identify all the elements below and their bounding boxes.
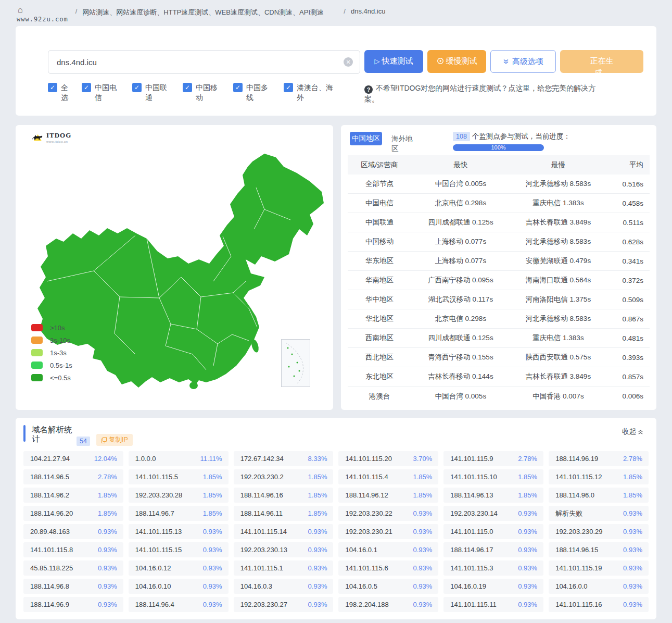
ip-cell[interactable]: 141.101.115.160.93% <box>549 597 649 612</box>
ip-percentage: 0.93% <box>308 528 327 535</box>
checkbox-0[interactable]: ✓全选 <box>48 83 68 105</box>
ip-cell[interactable]: 104.21.27.9412.04% <box>23 451 123 466</box>
ip-cell[interactable]: 141.101.115.190.93% <box>549 560 649 576</box>
copy-ip-button[interactable]: 复制IP <box>96 434 133 446</box>
ip-cell[interactable]: 141.101.115.80.93% <box>23 542 123 557</box>
ip-cell[interactable]: 104.16.0.30.93% <box>234 579 334 594</box>
ip-cell[interactable]: 188.114.96.52.78% <box>23 469 123 484</box>
ip-percentage: 3.70% <box>413 455 432 463</box>
ip-percentage: 1.85% <box>413 473 432 481</box>
region-tabs: 中国地区 海外地区 <box>350 132 414 154</box>
ip-value: 192.203.230.2 <box>240 473 284 481</box>
clear-input-icon[interactable]: ✕ <box>344 57 353 67</box>
ip-cell[interactable]: 188.114.96.192.78% <box>549 451 649 466</box>
ip-cell[interactable]: 141.101.115.130.93% <box>129 524 229 539</box>
ip-cell[interactable]: 192.203.230.210.93% <box>338 524 438 539</box>
ip-cell[interactable]: 104.16.0.190.93% <box>443 579 543 594</box>
generating-button[interactable]: 正在生成... <box>560 50 643 73</box>
advanced-options-button[interactable]: 高级选项 <box>490 50 556 73</box>
checkbox-2[interactable]: ✓中国联通 <box>132 83 169 105</box>
ip-cell[interactable]: 141.101.115.92.78% <box>443 451 543 466</box>
ip-cell[interactable]: 141.101.115.30.93% <box>443 560 543 576</box>
ip-cell[interactable]: 192.203.230.140.93% <box>443 506 543 521</box>
ip-cell[interactable]: 141.101.115.140.93% <box>234 524 334 539</box>
ip-cell[interactable]: 141.101.115.10.93% <box>234 560 334 576</box>
ip-cell[interactable]: 192.203.230.290.93% <box>549 524 649 539</box>
table-cell: 中国台湾 0.005s <box>411 392 510 401</box>
ip-cell[interactable]: 188.114.96.121.85% <box>338 488 438 503</box>
ip-cell[interactable]: 141.101.115.121.85% <box>549 469 649 484</box>
table-cell: 重庆电信 1.383s <box>510 333 606 343</box>
tab-china[interactable]: 中国地区 <box>350 132 382 145</box>
ip-cell[interactable]: 192.203.230.21.85% <box>234 469 334 484</box>
ip-cell[interactable]: 141.101.115.00.93% <box>443 524 543 539</box>
ip-cell[interactable]: 172.67.142.348.33% <box>234 451 334 466</box>
table-cell: 上海移动 0.077s <box>411 237 510 246</box>
ip-percentage: 1.85% <box>623 473 642 481</box>
ip-percentage: 0.93% <box>413 582 432 590</box>
ip-cell[interactable]: 188.114.96.111.85% <box>234 506 334 521</box>
table-cell: 0.458s <box>606 200 650 207</box>
ip-cell[interactable]: 192.203.230.130.93% <box>234 542 334 557</box>
speed-map-card: ITDOG www.itdog.cn <box>16 125 333 410</box>
ip-percentage: 2.78% <box>518 455 537 463</box>
ip-cell[interactable]: 45.85.118.2250.93% <box>23 560 123 576</box>
ip-cell[interactable]: 188.114.96.131.85% <box>443 488 543 503</box>
ip-cell[interactable]: 141.101.115.203.70% <box>338 451 438 466</box>
copy-icon <box>101 437 107 443</box>
dog-icon <box>30 132 44 143</box>
ip-cell[interactable]: 104.16.0.50.93% <box>338 579 438 594</box>
ip-percentage: 11.11% <box>200 455 222 463</box>
ip-cell[interactable]: 104.16.0.00.93% <box>549 579 649 594</box>
ip-cell[interactable]: 188.114.96.201.85% <box>23 506 123 521</box>
url-input[interactable] <box>48 50 360 74</box>
checkbox-checked-icon: ✓ <box>284 83 293 92</box>
table-cell: 0.628s <box>606 238 650 246</box>
breadcrumb-category[interactable]: 网站测速、网站速度诊断、HTTP速度测试、WEB速度测试、CDN测速、API测速 <box>82 7 338 17</box>
ip-cell[interactable]: 188.114.96.40.93% <box>129 597 229 612</box>
ip-cell[interactable]: 1.0.0.011.11% <box>129 451 229 466</box>
checkbox-4[interactable]: ✓中国多线 <box>233 83 270 105</box>
ip-cell[interactable]: 141.101.115.51.85% <box>129 469 229 484</box>
slow-test-button[interactable]: 缓慢测试 <box>427 50 486 73</box>
ip-cell[interactable]: 188.114.96.21.85% <box>23 488 123 503</box>
ip-cell[interactable]: 104.16.0.10.93% <box>338 542 438 557</box>
play-icon: ▷ <box>375 57 380 65</box>
ip-cell[interactable]: 188.114.96.150.93% <box>549 542 649 557</box>
ip-cell[interactable]: 198.2.204.1880.93% <box>338 597 438 612</box>
checkbox-checked-icon: ✓ <box>183 83 192 92</box>
ip-value: 104.16.0.19 <box>450 582 486 590</box>
breadcrumb-home[interactable]: ⌂ www.92zu.com <box>17 6 68 23</box>
ip-cell[interactable]: 141.101.115.110.93% <box>443 597 543 612</box>
ip-cell[interactable]: 104.16.0.120.93% <box>129 560 229 576</box>
table-row: 中国电信北京电信 0.298s重庆电信 1.383s0.458s <box>348 194 650 213</box>
legend-swatch <box>31 337 43 344</box>
ip-cell[interactable]: 192.203.230.220.93% <box>338 506 438 521</box>
checkbox-5[interactable]: ✓港澳台、海外 <box>284 83 338 105</box>
ip-cell[interactable]: 解析失败0.93% <box>549 506 649 521</box>
ip-cell[interactable]: 188.114.96.71.85% <box>129 506 229 521</box>
ip-cell[interactable]: 188.114.96.01.85% <box>549 488 649 503</box>
help-text[interactable]: ?不希望ITDOG对您的网站进行速度测试？点这里，给您完美的解决方案。 <box>364 83 602 105</box>
ip-percentage: 1.85% <box>308 491 327 499</box>
checkbox-1[interactable]: ✓中国电信 <box>82 83 119 105</box>
table-cell: 河北承德移动 8.583s <box>510 237 606 246</box>
checkbox-3[interactable]: ✓中国移动 <box>183 83 220 105</box>
table-cell: 华南地区 <box>348 276 411 285</box>
ip-cell[interactable]: 141.101.115.101.85% <box>443 469 543 484</box>
fast-test-button[interactable]: ▷快速测试 <box>364 50 423 73</box>
ip-cell[interactable]: 188.114.96.90.93% <box>23 597 123 612</box>
collapse-button[interactable]: 收起 <box>622 427 643 437</box>
ip-cell[interactable]: 192.203.230.281.85% <box>129 488 229 503</box>
ip-percentage: 2.78% <box>98 473 117 481</box>
ip-cell[interactable]: 192.203.230.270.93% <box>234 597 334 612</box>
ip-cell[interactable]: 141.101.115.60.93% <box>338 560 438 576</box>
ip-cell[interactable]: 188.114.96.170.93% <box>443 542 543 557</box>
ip-cell[interactable]: 188.114.96.161.85% <box>234 488 334 503</box>
ip-cell[interactable]: 141.101.115.41.85% <box>338 469 438 484</box>
ip-cell[interactable]: 141.101.115.150.93% <box>129 542 229 557</box>
ip-cell[interactable]: 20.89.48.1630.93% <box>23 524 123 539</box>
tab-overseas[interactable]: 海外地区 <box>389 132 414 154</box>
ip-cell[interactable]: 188.114.96.80.93% <box>23 579 123 594</box>
ip-cell[interactable]: 104.16.0.100.93% <box>129 579 229 594</box>
